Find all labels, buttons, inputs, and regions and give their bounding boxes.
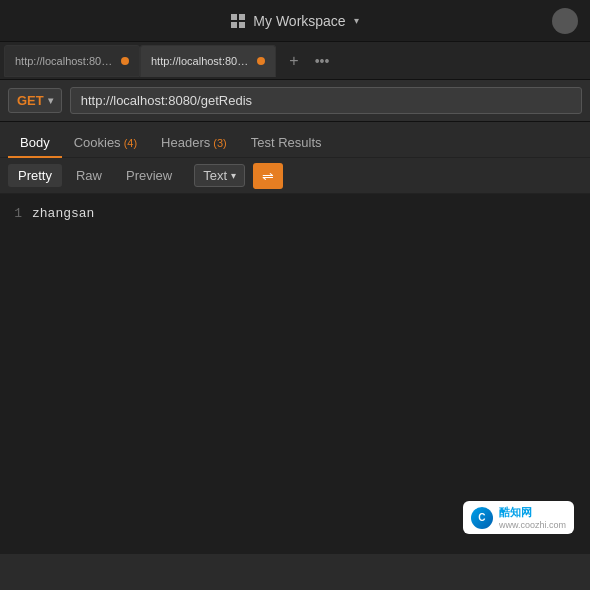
- workspace-label[interactable]: My Workspace: [253, 13, 345, 29]
- format-select[interactable]: Text ▾: [194, 164, 245, 187]
- method-bar: GET ▾: [0, 80, 590, 122]
- tab-headers[interactable]: Headers (3): [149, 129, 239, 158]
- response-tabs: Body Cookies (4) Headers (3) Test Result…: [0, 122, 590, 158]
- tab-cookies[interactable]: Cookies (4): [62, 129, 149, 158]
- wrap-button[interactable]: ⇌: [253, 163, 283, 189]
- avatar[interactable]: [552, 8, 578, 34]
- workspace-grid-icon: [231, 14, 245, 28]
- method-label: GET: [17, 93, 44, 108]
- watermark-site-name: 酷知网: [499, 505, 566, 520]
- raw-button[interactable]: Raw: [66, 164, 112, 187]
- tab-status-dot-2: [257, 57, 265, 65]
- browser-tab-1[interactable]: http://localhost:8080/: [4, 45, 140, 77]
- tab-status-dot-1: [121, 57, 129, 65]
- preview-button[interactable]: Preview: [116, 164, 182, 187]
- code-content: zhangsan: [32, 204, 582, 544]
- add-tab-button[interactable]: +: [280, 47, 308, 75]
- tab-url-2: http://localhost:8080/: [151, 55, 251, 67]
- line-numbers: 1: [8, 204, 32, 544]
- format-arrow-icon: ▾: [231, 170, 236, 181]
- method-select[interactable]: GET ▾: [8, 88, 62, 113]
- url-input[interactable]: [70, 87, 582, 114]
- watermark-site-url: www.coozhi.com: [499, 520, 566, 530]
- watermark-logo: C: [471, 507, 493, 529]
- body-toolbar: Pretty Raw Preview Text ▾ ⇌: [0, 158, 590, 194]
- workspace-dropdown-icon[interactable]: ▾: [354, 15, 359, 26]
- watermark: C 酷知网 www.coozhi.com: [463, 501, 574, 534]
- more-tabs-button[interactable]: •••: [308, 47, 336, 75]
- code-area: 1 zhangsan: [0, 194, 590, 554]
- tab-bar: http://localhost:8080/ http://localhost:…: [0, 42, 590, 80]
- pretty-button[interactable]: Pretty: [8, 164, 62, 187]
- browser-tab-2[interactable]: http://localhost:8080/: [140, 45, 276, 77]
- tab-url-1: http://localhost:8080/: [15, 55, 115, 67]
- wrap-icon: ⇌: [262, 168, 274, 184]
- tab-body[interactable]: Body: [8, 129, 62, 158]
- method-arrow-icon: ▾: [48, 95, 53, 106]
- tab-test-results[interactable]: Test Results: [239, 129, 334, 158]
- code-line-1: zhangsan: [32, 204, 582, 225]
- watermark-text: 酷知网 www.coozhi.com: [499, 505, 566, 530]
- top-bar: My Workspace ▾: [0, 0, 590, 42]
- format-label: Text: [203, 168, 227, 183]
